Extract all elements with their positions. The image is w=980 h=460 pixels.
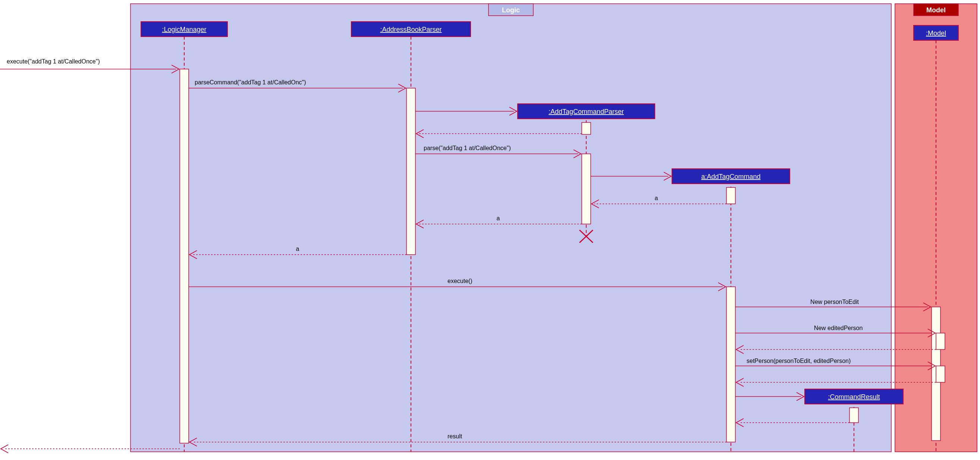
msg-execute-label: execute("addTag 1 at/CalledOnce") [7, 58, 100, 65]
msg-return-a2-label: a [497, 215, 500, 221]
sequence-diagram: Logic Model :LogicManager :AddressBookPa… [0, 0, 980, 460]
participant-commandresult-label: :CommandResult [828, 393, 880, 401]
participant-addtagcommand-label: a:AddTagCommand [701, 173, 760, 180]
activation-commandresult [850, 408, 858, 423]
model-frame-title: Model [926, 6, 946, 14]
msg-result-label: result [447, 433, 462, 439]
activation-addtagcommandparser-1 [582, 123, 591, 134]
logic-frame [130, 4, 891, 452]
msg-return-a3-label: a [296, 246, 299, 252]
activation-logicmanager [180, 69, 189, 443]
activation-model-2 [936, 333, 945, 350]
msg-parse-label: parse("addTag 1 at/CalledOnce") [424, 145, 511, 151]
activation-addtagcommand-2 [726, 287, 735, 442]
activation-addtagcommandparser-2 [582, 154, 591, 224]
msg-parsecommand-label: parseCommand("addTag 1 at/CalledOnc") [195, 79, 306, 86]
activation-addtagcommand-1 [726, 187, 735, 204]
logic-frame-title: Logic [502, 6, 520, 14]
msg-newperson-label: New personToEdit [810, 299, 859, 305]
participant-addressbookparser-label: :AddressBookParser [380, 26, 442, 33]
activation-model-3 [936, 366, 945, 382]
msg-setperson-label: setPerson(personToEdit, editedPerson) [746, 358, 851, 364]
participant-addtagcommandparser-label: :AddTagCommandParser [549, 108, 624, 115]
msg-newedited-label: New editedPerson [814, 325, 863, 331]
msg-execute2-label: execute() [447, 278, 473, 284]
msg-return-a1-label: a [655, 195, 658, 201]
participant-model-label: :Model [926, 29, 946, 37]
msg-final-return-head [1, 445, 8, 453]
participant-logicmanager-label: :LogicManager [162, 26, 206, 33]
activation-addressbookparser [406, 88, 415, 255]
